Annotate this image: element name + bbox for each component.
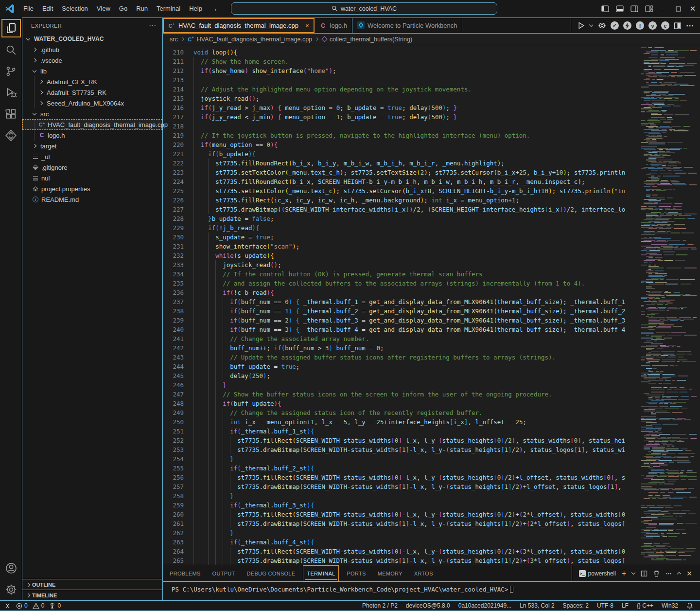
toggle-panel-icon[interactable] (612, 0, 627, 18)
back-arrow[interactable]: ← (213, 4, 221, 13)
panel-tab-debug-console[interactable]: DEBUG CONSOLE (247, 565, 296, 581)
run-icon[interactable] (577, 21, 585, 30)
indent-guide (193, 380, 194, 390)
status-lf[interactable]: LF (622, 602, 629, 609)
status-deviceos-5-8-0[interactable]: deviceOS@5.8.0 (406, 602, 450, 609)
tree-item--github[interactable]: .github (22, 44, 162, 55)
flash-icon[interactable] (623, 21, 631, 30)
section-outline[interactable]: OUTLINE (22, 579, 162, 590)
sidebar-item-search[interactable] (0, 39, 22, 60)
panel-tab-ports[interactable]: PORTS (347, 565, 366, 581)
menu-edit[interactable]: Edit (38, 3, 57, 15)
maximize-icon[interactable] (671, 0, 685, 18)
status-ports[interactable]: 0 (49, 602, 61, 609)
toggle-sidebar-icon[interactable] (598, 0, 612, 18)
minimize-icon[interactable]: – (656, 0, 671, 18)
tree-item--ul[interactable]: _ul (22, 151, 162, 162)
trash-icon[interactable] (653, 570, 660, 577)
tab-logo-h[interactable]: Clogo.h (315, 18, 352, 33)
f-icon[interactable]: f (636, 21, 644, 30)
sidebar-item-particle-workbench[interactable] (0, 125, 22, 146)
more-icon[interactable]: ⋯ (686, 21, 694, 30)
chevron-up-icon[interactable] (677, 572, 681, 576)
gear-icon[interactable] (598, 21, 606, 30)
indent-guide (208, 353, 209, 362)
panel-tab-memory[interactable]: MEMORY (378, 565, 402, 581)
panel-tab-terminal[interactable]: TERMINAL (303, 565, 339, 581)
tab-hvac-fault-diagnosis-thermal-image-cpp[interactable]: C+HVAC_fault_diagnosis_thermal_image.cpp… (163, 18, 315, 33)
status-notifications[interactable] (686, 602, 693, 609)
tree-item-src[interactable]: src (22, 108, 162, 119)
sidebar-item-extensions[interactable] (0, 103, 22, 125)
tree-item--gitignore[interactable]: .gitignore (22, 162, 162, 173)
menu-run[interactable]: Run (132, 3, 152, 15)
more-icon[interactable]: ⋯ (665, 570, 672, 577)
v-icon[interactable]: v (648, 21, 657, 30)
status-win32[interactable]: Win32 (662, 602, 678, 609)
panel-tab-problems[interactable]: PROBLEMS (170, 565, 201, 581)
split-terminal-icon[interactable] (641, 570, 648, 577)
terminal[interactable]: PS C:\Users\kutlu\OneDrive\Documents\Par… (163, 582, 700, 593)
settings-gear-icon[interactable] (0, 579, 22, 600)
editor-group: C+HVAC_fault_diagnosis_thermal_image.cpp… (163, 18, 700, 600)
status-utf-8[interactable]: UTF-8 (597, 602, 613, 609)
minimap[interactable] (639, 45, 700, 565)
tab-welcome-to-particle-workbench[interactable]: Welcome to Particle Workbench (352, 18, 462, 33)
split-editor-icon[interactable] (674, 22, 682, 30)
toggle-secondary-sidebar-icon[interactable] (627, 0, 642, 18)
menu-go[interactable]: Go (115, 3, 132, 15)
breadcrumb-item[interactable]: HVAC_fault_diagnosis_thermal_image.cpp (197, 36, 312, 43)
menu-view[interactable]: View (92, 3, 115, 15)
tree-item-readme-md[interactable]: iREADME.md (22, 194, 162, 205)
tree-root[interactable]: WATER_COOLED_HVAC (22, 34, 162, 44)
add-terminal-icon[interactable]: + (622, 569, 626, 578)
tree-item--vscode[interactable]: .vscode (22, 55, 162, 66)
status-error[interactable]: 0 (16, 602, 28, 609)
section-timeline[interactable]: TIMELINE (22, 590, 162, 600)
indent-guide (193, 140, 194, 149)
tree-item-target[interactable]: target (22, 141, 162, 151)
breadcrumb-item[interactable]: src (170, 36, 178, 43)
shell-selector[interactable]: >_powershell (579, 570, 616, 577)
breadcrumb[interactable]: srcC+HVAC_fault_diagnosis_thermal_image.… (163, 34, 700, 45)
tree-item-logo-h[interactable]: Clogo.h (22, 130, 162, 141)
close-icon[interactable]: ✕ (685, 0, 700, 18)
dropdown-icon[interactable] (589, 23, 593, 27)
dropdown-icon[interactable] (631, 571, 635, 575)
menu-file[interactable]: File (19, 3, 38, 15)
tree-item-adafruit-st7735-rk[interactable]: Adafruit_ST7735_RK (22, 87, 162, 98)
status-spaces-2[interactable]: Spaces: 2 (563, 602, 589, 609)
close-icon[interactable]: ✕ (686, 570, 692, 577)
close-icon[interactable]: × (305, 22, 309, 29)
status-ln-533-col-2[interactable]: Ln 533, Col 2 (520, 602, 554, 609)
check-icon[interactable]: ✓ (611, 21, 619, 30)
command-center-search[interactable]: water_cooled_HVAC (231, 2, 497, 15)
status--c-[interactable]: {} C++ (637, 602, 653, 609)
tree-item-seeed-arduino-mlx9064x[interactable]: Seeed_Arduino_MLX9064x (22, 98, 162, 108)
status-photon-2-p2[interactable]: Photon 2 / P2 (362, 602, 398, 609)
status-0a10aced2021949-[interactable]: 0a10aced2021949... (458, 602, 511, 609)
sidebar-item-source-control[interactable] (0, 60, 22, 82)
menu-help[interactable]: Help (185, 3, 207, 15)
sidebar-item-run-debug[interactable] (0, 82, 22, 103)
e-icon[interactable]: e (661, 21, 669, 30)
code-editor[interactable]: 209210void loop(){211 // Show the home s… (163, 45, 700, 565)
breadcrumb-item[interactable]: collect_thermal_buffers(String) (330, 36, 412, 43)
sidebar-item-explorer[interactable] (0, 18, 22, 39)
tree-item-nul[interactable]: nul (22, 173, 162, 183)
menu-terminal[interactable]: Terminal (152, 3, 185, 15)
tree-item-lib[interactable]: lib (22, 66, 162, 76)
customize-layout-icon[interactable] (642, 0, 656, 18)
menu-selection[interactable]: Selection (57, 3, 92, 15)
tree-item-hvac-fault-diagnosis-thermal-image-cpp[interactable]: C+HVAC_fault_diagnosis_thermal_image.cpp (22, 119, 162, 130)
indent-guide (201, 464, 201, 473)
panel-tab-output[interactable]: OUTPUT (212, 565, 235, 581)
panel-tab-xrtos[interactable]: XRTOS (414, 565, 433, 581)
tree-item-project-properties[interactable]: project.properties (22, 183, 162, 194)
indent-guide (201, 380, 201, 390)
more-actions-icon[interactable]: ⋯ (149, 21, 157, 30)
status-warning[interactable]: 0 (33, 602, 45, 609)
tree-item-adafruit-gfx-rk[interactable]: Adafruit_GFX_RK (22, 76, 162, 87)
status-remote[interactable] (4, 603, 11, 609)
account-icon[interactable] (0, 557, 22, 579)
